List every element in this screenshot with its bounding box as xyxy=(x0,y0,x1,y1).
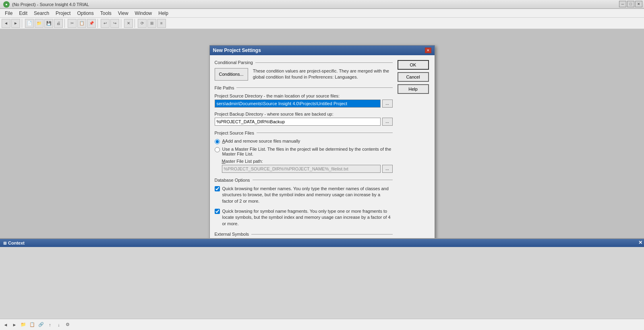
dialog-actions: OK Cancel Help xyxy=(398,60,430,252)
toolbar-sep-3 xyxy=(97,19,99,28)
dialog-title: New Project Settings xyxy=(213,48,261,53)
dialog-body: Conditional Parsing Conditions... These … xyxy=(210,55,435,257)
toolbar-print[interactable]: 🖨 xyxy=(54,19,63,28)
status-link[interactable]: 🔗 xyxy=(37,321,45,329)
conditional-parsing-label: Conditional Parsing xyxy=(215,60,255,65)
radio-master-label: Use a Master File List. The files in the… xyxy=(222,147,393,156)
toolbar-forward[interactable]: ► xyxy=(11,19,20,28)
context-panel-label: Context xyxy=(8,241,25,245)
source-dir-input[interactable] xyxy=(215,100,381,108)
context-panel-close[interactable]: ✕ xyxy=(638,240,642,245)
backup-dir-browse[interactable]: ... xyxy=(382,118,393,126)
file-paths-label: File Paths xyxy=(215,85,237,90)
menu-window[interactable]: Window xyxy=(132,10,155,17)
toolbar-sep-4 xyxy=(121,19,122,28)
new-project-settings-dialog: New Project Settings ✕ Conditional Parsi… xyxy=(209,45,435,257)
conditions-button[interactable]: Conditions... xyxy=(215,68,248,81)
dialog-content: Conditional Parsing Conditions... These … xyxy=(215,60,393,252)
section-line-3 xyxy=(257,133,393,133)
quick-browse-symbol-row: Quick browsing for symbol name fragments… xyxy=(215,208,393,227)
menu-options[interactable]: Options xyxy=(74,10,97,17)
status-forward[interactable]: ► xyxy=(10,321,19,329)
database-options-label: Database Options xyxy=(215,178,253,183)
project-source-files-label: Project Source Files xyxy=(215,131,257,135)
context-panel: ⊞ Context ✕ xyxy=(0,238,644,319)
toolbar-new[interactable]: 📄 xyxy=(25,19,34,28)
status-down[interactable]: ↓ xyxy=(55,321,63,329)
help-button[interactable]: Help xyxy=(398,84,429,94)
backup-dir-row: ... xyxy=(215,118,393,126)
cancel-button[interactable]: Cancel xyxy=(398,72,429,82)
menu-tools[interactable]: Tools xyxy=(97,10,115,17)
backup-dir-input[interactable] xyxy=(215,118,381,126)
file-paths-header: File Paths xyxy=(215,85,393,90)
master-file-path-input[interactable] xyxy=(222,165,381,173)
context-icon: ⊞ xyxy=(3,241,6,245)
radio-manual-label: AAdd and remove source files manually xyxy=(222,139,300,143)
toolbar-btn-x[interactable]: ✕ xyxy=(124,19,133,28)
radio-manual[interactable] xyxy=(215,139,220,144)
menu-view[interactable]: View xyxy=(115,10,132,17)
status-bar: ◄ ► 📁 📋 🔗 ↑ ↓ ⚙ xyxy=(0,319,644,330)
quick-browse-symbol-label: Quick browsing for symbol name fragments… xyxy=(222,208,393,227)
app-title: (No Project) - Source Insight 4.0 TRIAL xyxy=(12,2,89,7)
toolbar-sep-5 xyxy=(135,19,136,28)
toolbar-back[interactable]: ◄ xyxy=(2,19,10,28)
project-source-files-header: Project Source Files xyxy=(215,131,393,135)
maximize-btn[interactable]: □ xyxy=(627,1,634,7)
toolbar-copy[interactable]: 📋 xyxy=(77,19,86,28)
quick-browse-member-checkbox[interactable] xyxy=(215,186,220,191)
quick-browse-member-row: Quick browsing for member names. You onl… xyxy=(215,186,393,204)
master-file-path-row: ... xyxy=(222,165,393,173)
minimize-btn[interactable]: ─ xyxy=(619,1,626,7)
toolbar-open[interactable]: 📁 xyxy=(35,19,43,28)
menu-file[interactable]: File xyxy=(2,10,16,17)
toolbar-cut[interactable]: ✂ xyxy=(68,19,77,28)
master-file-path-section: Master File List path: ... xyxy=(215,159,393,173)
dialog-close-button[interactable]: ✕ xyxy=(425,48,431,53)
source-dir-row: ... xyxy=(215,100,393,108)
menu-help[interactable]: Help xyxy=(155,10,172,17)
status-up[interactable]: ↑ xyxy=(46,321,54,329)
section-line-2 xyxy=(236,87,392,88)
app-icon: ● xyxy=(3,1,10,8)
toolbar-list[interactable]: ≡ xyxy=(157,19,166,28)
context-panel-title-bar: ⊞ Context ✕ xyxy=(0,239,644,247)
conditional-parsing-section: Conditions... These condition values are… xyxy=(215,68,393,81)
master-file-path-label: Master File List path: xyxy=(222,159,393,164)
main-area: New Project Settings ✕ Conditional Parsi… xyxy=(0,29,644,330)
menu-bar: File Edit Search Project Options Tools V… xyxy=(0,9,644,18)
quick-browse-symbol-checkbox[interactable] xyxy=(215,209,220,214)
status-clipboard[interactable]: 📋 xyxy=(28,321,36,329)
toolbar-ref[interactable]: ⊞ xyxy=(147,19,156,28)
conditional-parsing-header: Conditional Parsing xyxy=(215,60,393,65)
toolbar: ◄ ► 📄 📁 💾 🖨 ✂ 📋 📌 ↩ ↪ ✕ ⟳ ⊞ ≡ xyxy=(0,18,644,29)
external-symbols-label: External Symbols xyxy=(215,232,252,237)
menu-edit[interactable]: Edit xyxy=(16,10,31,17)
source-dir-browse[interactable]: ... xyxy=(382,100,393,108)
database-options-header: Database Options xyxy=(215,178,393,183)
toolbar-paste[interactable]: 📌 xyxy=(87,19,96,28)
toolbar-save[interactable]: 💾 xyxy=(44,19,53,28)
section-line-1 xyxy=(255,62,393,63)
status-settings[interactable]: ⚙ xyxy=(64,321,72,329)
toolbar-sep-1 xyxy=(22,19,23,28)
toolbar-sep-2 xyxy=(64,19,66,28)
toolbar-sync[interactable]: ⟳ xyxy=(138,19,147,28)
master-file-browse[interactable]: ... xyxy=(382,165,393,173)
external-symbols-header: External Symbols xyxy=(215,232,393,237)
backup-dir-label: Project Backup Directory - where source … xyxy=(215,112,393,116)
menu-project[interactable]: Project xyxy=(52,10,74,17)
toolbar-undo[interactable]: ↩ xyxy=(101,19,110,28)
section-line-4 xyxy=(253,180,393,180)
quick-browse-member-label: Quick browsing for member names. You onl… xyxy=(222,186,393,204)
status-back[interactable]: ◄ xyxy=(2,321,10,329)
status-folder[interactable]: 📁 xyxy=(19,321,27,329)
toolbar-redo[interactable]: ↪ xyxy=(110,19,119,28)
radio-master[interactable] xyxy=(215,147,220,152)
ok-button[interactable]: OK xyxy=(398,60,429,70)
menu-search[interactable]: Search xyxy=(31,10,52,17)
title-bar: ● (No Project) - Source Insight 4.0 TRIA… xyxy=(0,0,644,9)
close-btn[interactable]: ✕ xyxy=(635,1,642,7)
title-bar-controls: ─ □ ✕ xyxy=(619,1,642,7)
